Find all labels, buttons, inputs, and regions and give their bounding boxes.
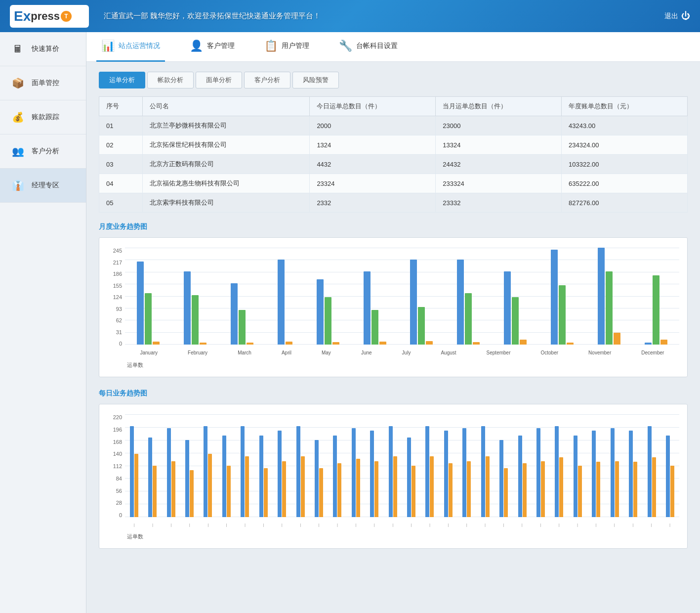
sidebar-item-waybill[interactable]: 📦 面单管控 xyxy=(0,66,86,100)
sidebar-item-customer-analysis[interactable]: 👥 客户分析 xyxy=(0,134,86,169)
logo-press: press xyxy=(31,10,60,23)
sidebar-label-quick-price: 快速算价 xyxy=(32,44,59,53)
daily-bar xyxy=(259,436,263,517)
daily-bar-group xyxy=(389,426,397,517)
power-icon: ⏻ xyxy=(681,11,690,21)
nav-user-mgmt[interactable]: 📋 用户管理 xyxy=(259,32,314,62)
daily-bar xyxy=(227,466,231,517)
cell-today: 1324 xyxy=(310,135,436,155)
bar-#4a90d9 xyxy=(645,343,652,345)
daily-bar xyxy=(134,454,138,517)
daily-bars-row xyxy=(125,414,679,517)
cell-company: 北京拓保世纪科技有限公司 xyxy=(143,135,310,155)
cell-company: 北京福佑龙惠生物科技有限公司 xyxy=(143,174,310,193)
daily-x-tick: | xyxy=(595,523,596,527)
daily-bar-group xyxy=(611,428,619,517)
daily-bar-group xyxy=(536,428,545,517)
daily-bar xyxy=(167,428,171,517)
daily-x-labels: |||||||||||||||||||||||||||||| xyxy=(125,518,679,531)
monthly-bar-group xyxy=(184,271,206,345)
daily-bar-group xyxy=(574,436,582,517)
customer-mgmt-icon: 👤 xyxy=(190,40,203,52)
sidebar-label-manager-zone: 经理专区 xyxy=(32,181,59,190)
daily-bar xyxy=(245,456,249,517)
cell-company: 北京方正数码有限公司 xyxy=(143,155,310,174)
daily-bar xyxy=(592,431,596,517)
bar-#4a90d9 xyxy=(598,248,605,345)
tab-risk-warning[interactable]: 风险预警 xyxy=(292,72,339,88)
logout-button[interactable]: 退出 ⏻ xyxy=(664,11,690,21)
monthly-bar-group xyxy=(231,283,253,345)
nav-station-ops[interactable]: 📊 站点运营情况 xyxy=(96,32,165,62)
monthly-bar-group xyxy=(457,260,480,345)
daily-bar xyxy=(666,436,670,517)
daily-bar xyxy=(296,426,300,517)
header-welcome-text: 汇通宣武一部 魏华您好，欢迎登录拓保世纪快递通业务管理平台！ xyxy=(104,11,664,21)
sidebar-item-quick-price[interactable]: 🖩 快速算价 xyxy=(0,32,86,66)
app-header: Ex press T 汇通宣武一部 魏华您好，欢迎登录拓保世纪快递通业务管理平台… xyxy=(0,0,700,32)
monthly-bar-group xyxy=(364,271,386,345)
bar-#4a90d9 xyxy=(137,262,144,345)
tab-waybill-analysis[interactable]: 运单分析 xyxy=(99,72,145,88)
bar-#5cb85c xyxy=(239,310,246,345)
bar-#5cb85c xyxy=(325,297,331,345)
daily-bar xyxy=(208,454,212,517)
daily-bar xyxy=(486,456,490,517)
daily-bar xyxy=(541,461,545,517)
daily-bar-group xyxy=(648,426,656,517)
daily-x-tick: | xyxy=(319,523,320,527)
daily-bar xyxy=(536,428,540,517)
daily-bar xyxy=(407,438,411,517)
monthly-x-label: August xyxy=(441,350,456,355)
cell-id: 03 xyxy=(99,155,143,174)
daily-bar xyxy=(148,438,152,517)
daily-bar xyxy=(190,470,194,517)
monthly-bar-group xyxy=(278,260,292,345)
calculator-icon: 🖩 xyxy=(10,41,26,57)
daily-bar-group xyxy=(241,426,249,517)
daily-bar xyxy=(241,426,245,517)
monthly-x-label: February xyxy=(188,350,207,355)
cell-today: 4432 xyxy=(310,155,436,174)
sidebar-item-manager-zone[interactable]: 👔 经理专区 xyxy=(0,169,86,203)
daily-x-tick: | xyxy=(522,523,523,527)
daily-bar xyxy=(374,461,378,517)
nav-customer-mgmt[interactable]: 👤 客户管理 xyxy=(185,32,240,62)
daily-x-tick: | xyxy=(282,523,283,527)
table-row: 03 北京方正数码有限公司 4432 24432 103322.00 xyxy=(99,155,688,174)
bar-#f0a030 xyxy=(473,342,480,345)
tab-waybill-form-analysis[interactable]: 面单分析 xyxy=(196,72,242,88)
bar-#f0a030 xyxy=(200,343,206,345)
monthly-x-label: May xyxy=(322,350,331,355)
daily-x-tick: | xyxy=(207,523,208,527)
monthly-chart-area: JanuaryFebruaryMarchAprilMayJuneJulyAugu… xyxy=(125,246,679,359)
tab-customer-analysis[interactable]: 客户分析 xyxy=(244,72,290,88)
bar-#f0a030 xyxy=(614,333,620,345)
daily-bar xyxy=(611,428,615,517)
daily-bar xyxy=(301,456,305,517)
company-data-table: 序号 公司名 今日运单总数目（件） 当月运单总数目（件） 年度账单总数目（元） … xyxy=(99,96,688,213)
station-ops-icon: 📊 xyxy=(101,40,115,52)
app-layout: 🖩 快速算价 📦 面单管控 💰 账款跟踪 👥 客户分析 👔 经理专区 📊 站点运… xyxy=(0,32,700,613)
tab-account-analysis[interactable]: 帐款分析 xyxy=(147,72,194,88)
daily-x-tick: | xyxy=(152,523,153,527)
daily-bar xyxy=(185,440,189,517)
cell-month: 233324 xyxy=(436,174,562,193)
sidebar-item-account-track[interactable]: 💰 账款跟踪 xyxy=(0,100,86,134)
settings-icon: 🔧 xyxy=(339,40,352,52)
col-header-year: 年度账单总数目（元） xyxy=(562,97,688,116)
bar-#f0a030 xyxy=(567,343,574,345)
daily-bar xyxy=(481,426,485,517)
cell-year: 635222.00 xyxy=(562,174,688,193)
daily-x-tick: | xyxy=(355,523,356,527)
nav-account-settings[interactable]: 🔧 台帐科目设置 xyxy=(334,32,403,62)
sub-tab-bar: 运单分析 帐款分析 面单分析 客户分析 风险预警 xyxy=(99,72,688,88)
table-row: 02 北京拓保世纪科技有限公司 1324 13324 234324.00 xyxy=(99,135,688,155)
bar-#5cb85c xyxy=(512,297,519,345)
app-logo: Ex press T xyxy=(10,5,89,28)
daily-x-tick: | xyxy=(245,523,246,527)
bar-#f0a030 xyxy=(520,340,527,345)
monthly-bar-group xyxy=(317,279,339,345)
daily-bar-group xyxy=(185,440,194,517)
daily-bar xyxy=(389,426,393,517)
